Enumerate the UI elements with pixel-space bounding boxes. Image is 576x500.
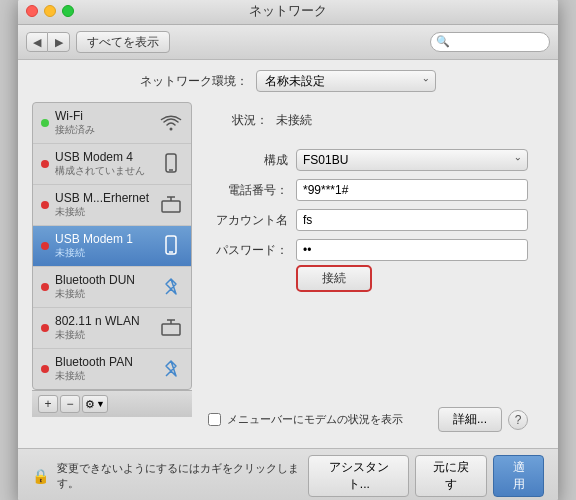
env-label: ネットワーク環境： — [140, 73, 248, 90]
net-name-wifi: Wi-Fi — [55, 109, 153, 123]
status-dot-btpan — [41, 365, 49, 373]
net-info-usbeth: USB M...Erhernet 未接続 — [55, 191, 153, 219]
minimize-button[interactable] — [44, 5, 56, 17]
status-dot-usbmodem1 — [41, 242, 49, 250]
help-button[interactable]: ? — [508, 410, 528, 430]
status-dot-wifi — [41, 119, 49, 127]
status-label: 状況： — [208, 112, 268, 129]
titlebar: ネットワーク — [18, 0, 558, 25]
net-status-usbmodem1: 未接続 — [55, 246, 153, 260]
net-name-usb4: USB Modem 4 — [55, 150, 153, 164]
add-network-button[interactable]: + — [38, 395, 58, 413]
sidebar-container: Wi-Fi 接続済み — [32, 102, 192, 442]
password-row: パスワード： — [208, 239, 528, 261]
env-select[interactable]: 名称未設定 — [256, 70, 436, 92]
phone-label: 電話番号： — [208, 182, 288, 199]
svg-rect-3 — [162, 201, 180, 212]
search-icon: 🔍 — [436, 35, 450, 48]
toolbar: ◀ ▶ すべてを表示 🔍 — [18, 25, 558, 60]
search-wrapper: 🔍 — [430, 32, 550, 52]
account-input[interactable] — [296, 209, 528, 231]
net-name-usbeth: USB M...Erhernet — [55, 191, 153, 205]
net-name-btdun: Bluetooth DUN — [55, 273, 153, 287]
sidebar-item-wlan[interactable]: 802.11 n WLAN 未接続 — [33, 308, 191, 349]
show-all-button[interactable]: すべてを表示 — [76, 31, 170, 53]
sidebar-item-btdun[interactable]: Bluetooth DUN 未接続 — [33, 267, 191, 308]
revert-button[interactable]: 元に戻す — [415, 455, 487, 497]
footer-text: 変更できないようにするにはカギをクリックします。 — [57, 461, 300, 491]
phone-row: 電話番号： — [208, 179, 528, 201]
sidebar-item-usb4[interactable]: USB Modem 4 構成されていません — [33, 144, 191, 185]
connect-btn-row: 接続 — [208, 265, 528, 292]
sidebar-controls: + − ⚙ ▼ — [32, 390, 192, 417]
net-info-usbmodem1: USB Modem 1 未接続 — [55, 232, 153, 260]
eth-icon-usbeth — [159, 193, 183, 217]
svg-rect-8 — [162, 324, 180, 335]
password-label: パスワード： — [208, 242, 288, 259]
env-row: ネットワーク環境： 名称未設定 — [32, 70, 544, 92]
bt-icon-btpan — [159, 357, 183, 381]
status-row: 状況： 未接続 — [208, 112, 528, 129]
window-title: ネットワーク — [249, 2, 327, 20]
main-panel: Wi-Fi 接続済み — [32, 102, 544, 442]
net-info-btdun: Bluetooth DUN 未接続 — [55, 273, 153, 301]
modem-checkbox-label: メニューバーにモデムの状況を表示 — [227, 412, 403, 427]
phone-input[interactable] — [296, 179, 528, 201]
lock-icon[interactable]: 🔒 — [32, 468, 49, 484]
account-label: アカウント名 — [208, 212, 288, 229]
svg-point-0 — [170, 128, 173, 131]
sidebar-item-usbeth[interactable]: USB M...Erhernet 未接続 — [33, 185, 191, 226]
net-info-wlan: 802.11 n WLAN 未接続 — [55, 314, 153, 342]
maximize-button[interactable] — [62, 5, 74, 17]
net-status-usbeth: 未接続 — [55, 205, 153, 219]
forward-button[interactable]: ▶ — [48, 32, 70, 52]
remove-network-button[interactable]: − — [60, 395, 80, 413]
sidebar-item-wifi[interactable]: Wi-Fi 接続済み — [33, 103, 191, 144]
phone-icon-usbmodem1 — [159, 234, 183, 258]
password-input[interactable] — [296, 239, 528, 261]
account-row: アカウント名 — [208, 209, 528, 231]
bt-icon-btdun — [159, 275, 183, 299]
sidebar-item-usbmodem1[interactable]: USB Modem 1 未接続 — [33, 226, 191, 267]
config-label: 構成 — [208, 152, 288, 169]
status-value: 未接続 — [276, 112, 312, 129]
nav-group: ◀ ▶ — [26, 32, 70, 52]
net-status-usb4: 構成されていません — [55, 164, 153, 178]
detail-button[interactable]: 詳細... — [438, 407, 502, 432]
status-dot-usbeth — [41, 201, 49, 209]
back-button[interactable]: ◀ — [26, 32, 48, 52]
sidebar-item-btpan[interactable]: Bluetooth PAN 未接続 — [33, 349, 191, 389]
close-button[interactable] — [26, 5, 38, 17]
net-name-usbmodem1: USB Modem 1 — [55, 232, 153, 246]
connect-button[interactable]: 接続 — [296, 265, 372, 292]
env-select-wrap: 名称未設定 — [256, 70, 436, 92]
net-status-btpan: 未接続 — [55, 369, 153, 383]
net-info-btpan: Bluetooth PAN 未接続 — [55, 355, 153, 383]
assistant-button[interactable]: アシスタント... — [308, 455, 409, 497]
sidebar: Wi-Fi 接続済み — [32, 102, 192, 390]
status-dot-wlan — [41, 324, 49, 332]
net-info-wifi: Wi-Fi 接続済み — [55, 109, 153, 137]
network-window: ネットワーク ◀ ▶ すべてを表示 🔍 ネットワーク環境： 名称未設定 — [18, 0, 558, 500]
net-status-wlan: 未接続 — [55, 328, 153, 342]
status-dot-btdun — [41, 283, 49, 291]
modem-checkbox-row: メニューバーにモデムの状況を表示 詳細... ? — [208, 407, 528, 432]
apply-button[interactable]: 適用 — [493, 455, 544, 497]
phone-icon-usb4 — [159, 152, 183, 176]
config-select-wrap: FS01BU — [296, 149, 528, 171]
right-panel: 状況： 未接続 構成 FS01BU 電話番号： — [192, 102, 544, 442]
config-row: 構成 FS01BU — [208, 149, 528, 171]
net-status-wifi: 接続済み — [55, 123, 153, 137]
status-dot-usb4 — [41, 160, 49, 168]
net-name-wlan: 802.11 n WLAN — [55, 314, 153, 328]
network-gear-button[interactable]: ⚙ ▼ — [82, 395, 108, 413]
footer-bar: 🔒 変更できないようにするにはカギをクリックします。 アシスタント... 元に戻… — [18, 448, 558, 500]
form-area: 構成 FS01BU 電話番号： アカウント名 — [208, 149, 528, 261]
net-status-btdun: 未接続 — [55, 287, 153, 301]
traffic-lights — [26, 5, 74, 17]
modem-status-checkbox[interactable] — [208, 413, 221, 426]
wifi-icon — [159, 111, 183, 135]
footer-buttons: アシスタント... 元に戻す 適用 — [308, 455, 544, 497]
config-select[interactable]: FS01BU — [296, 149, 528, 171]
eth-icon-wlan — [159, 316, 183, 340]
